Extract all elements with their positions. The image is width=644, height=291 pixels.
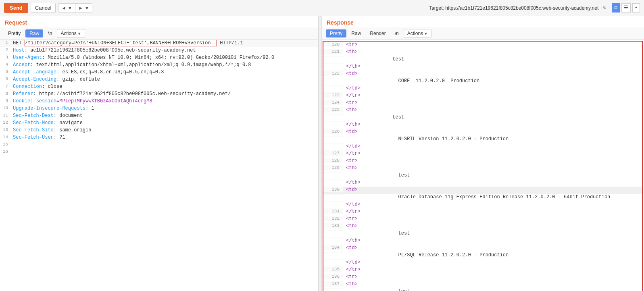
tab-request-pretty[interactable]: Pretty <box>4 29 25 37</box>
resp-content-130: <td> <box>343 187 642 193</box>
target-info: Target: https://ac1b1f721e19621f805c82be… <box>429 5 606 11</box>
tab-request-raw[interactable]: Raw <box>25 29 43 37</box>
resp-content-132: <tr> <box>343 216 642 222</box>
layout-horizontal-icon[interactable]: ☰ <box>621 3 631 12</box>
resp-content-128: <tr> <box>343 158 642 164</box>
line-content-9: Cookie: session=MPiepTMhywwXfBGzAxCOntAQ… <box>11 98 318 104</box>
resp-line-122: 122 <td> <box>323 71 642 78</box>
resp-num-121b <box>323 63 343 64</box>
resp-line-134a: PL/SQL Release 11.2.0.2.0 - Production <box>323 252 642 259</box>
resp-num-129: 129 <box>323 165 343 170</box>
request-line-3: 3 User-Agent: Mozilla/5.0 (Windows NT 10… <box>0 54 318 62</box>
resp-content-129: <th> <box>343 165 642 171</box>
response-content-area[interactable]: 120 <tr> 121 <th> test </th> <box>322 40 644 291</box>
tab-request-newline[interactable]: \n <box>44 29 56 37</box>
top-toolbar: Send Cancel ◄ ▼ ► ▼ Target: https://ac1b… <box>0 0 644 16</box>
resp-num-129a <box>323 172 343 173</box>
request-actions-label: Actions <box>60 31 76 36</box>
resp-content-122: <td> <box>343 71 642 77</box>
request-content: 1 GET /filter?category=Pets'+UNION+SELEC… <box>0 40 318 156</box>
resp-content-130b: </td> <box>343 201 642 208</box>
resp-line-130a: Oracle Database 11g Express Edition Rele… <box>323 194 642 201</box>
resp-content-129b: </th> <box>343 179 642 186</box>
resp-content-127: </tr> <box>343 150 642 157</box>
resp-line-121a: test <box>323 56 642 63</box>
resp-line-134b: </td> <box>323 259 642 266</box>
line-num-6: 6 <box>0 76 11 82</box>
tab-response-raw[interactable]: Raw <box>347 29 365 37</box>
request-content-area[interactable]: 1 GET /filter?category=Pets'+UNION+SELEC… <box>0 40 318 291</box>
resp-line-125a: test <box>323 114 642 121</box>
tab-request-actions[interactable]: Actions ▼ <box>57 29 85 38</box>
resp-num-134b <box>323 259 343 260</box>
target-label: Target: https://ac1b1f721e19621f805c82be… <box>429 5 598 11</box>
resp-num-126: 126 <box>323 129 343 134</box>
response-actions-label: Actions <box>407 31 423 36</box>
resp-line-126a: NLSRTL Version 11.2.0.2.0 - Production <box>323 136 642 143</box>
panel-divider[interactable]: ⋮ <box>319 16 322 291</box>
line-num-7: 7 <box>0 83 11 89</box>
request-header: Request <box>0 16 318 27</box>
request-line-9: 9 Cookie: session=MPiepTMhywwXfBGzAxCOnt… <box>0 98 318 105</box>
resp-line-129b: </th> <box>323 179 642 187</box>
resp-num-122b <box>323 85 343 86</box>
resp-line-134: 134 <td> <box>323 245 642 252</box>
resp-num-124: 124 <box>323 100 343 105</box>
resp-num-125b <box>323 121 343 122</box>
send-button[interactable]: Send <box>4 3 28 13</box>
resp-line-131: 131 </tr> <box>323 208 642 216</box>
request-line-2: 2 Host: ac1b1f721e19621f805c82be008f005c… <box>0 47 318 54</box>
line-content-3: User-Agent: Mozilla/5.0 (Windows NT 10.0… <box>11 54 318 61</box>
resp-content-125: <th> <box>343 107 642 113</box>
request-panel: Request Pretty Raw \n Actions ▼ 1 GET /f… <box>0 16 319 291</box>
line-num-15: 15 <box>0 141 11 147</box>
tab-response-actions[interactable]: Actions ▼ <box>404 29 431 38</box>
resp-line-132: 132 <tr> <box>323 216 642 223</box>
resp-num-121a <box>323 56 343 57</box>
line-num-9: 9 <box>0 98 11 104</box>
resp-num-126b <box>323 143 343 144</box>
response-tab-bar: Pretty Raw Render \n Actions ▼ <box>322 27 644 40</box>
line-num-12: 12 <box>0 120 11 125</box>
resp-num-130a <box>323 194 343 195</box>
tab-response-newline[interactable]: \n <box>391 29 403 37</box>
line-content-1: GET /filter?category=Pets'+UNION+SELECT+… <box>11 40 318 46</box>
resp-num-131: 131 <box>323 208 343 214</box>
resp-line-137: 137 <th> <box>323 281 642 288</box>
line-num-1: 1 <box>0 40 11 46</box>
request-line-7: 7 Connection: close <box>0 83 318 91</box>
resp-num-137a <box>323 288 343 289</box>
line-num-10: 10 <box>0 105 11 111</box>
resp-line-124: 124 <tr> <box>323 100 642 107</box>
resp-line-125: 125 <th> <box>323 107 642 114</box>
resp-line-136: 136 <tr> <box>323 274 642 281</box>
edit-icon[interactable]: ✎ <box>602 5 606 11</box>
resp-line-129: 129 <th> <box>323 165 642 172</box>
tab-response-pretty[interactable]: Pretty <box>326 29 346 37</box>
line-num-16: 16 <box>0 149 11 154</box>
request-line-12: 12 Sec-Fetch-Mode: navigate <box>0 120 318 127</box>
nav-next-button[interactable]: ► ▼ <box>75 4 92 12</box>
resp-line-133a: test <box>323 230 642 237</box>
layout-single-icon[interactable]: ▪ <box>632 3 640 12</box>
resp-num-120: 120 <box>323 42 343 47</box>
resp-num-133a <box>323 230 343 231</box>
resp-line-137a: test <box>323 288 642 291</box>
line-content-11: Sec-Fetch-Dest: document <box>11 112 318 119</box>
line-content-5: Accept-Language: es-ES,es;q=0.8,en-US;q=… <box>11 69 318 75</box>
response-content: 120 <tr> 121 <th> test </th> <box>322 41 644 291</box>
line-content-8: Referer: https://ac1b1f721e19621f805c82b… <box>11 91 318 97</box>
line-content-7: Connection: close <box>11 83 318 90</box>
resp-content-126b: </td> <box>343 143 642 150</box>
layout-split-icon[interactable]: ⊟ <box>612 3 620 12</box>
line-content-15 <box>11 141 318 142</box>
resp-content-137: <th> <box>343 281 642 287</box>
cancel-button[interactable]: Cancel <box>31 3 56 13</box>
request-line-6: 6 Accept-Encoding: gzip, deflate <box>0 76 318 83</box>
resp-content-137a: test <box>343 288 642 291</box>
nav-prev-button[interactable]: ◄ ▼ <box>58 4 75 12</box>
line-content-10: Upgrade-Insecure-Requests: 1 <box>11 105 318 112</box>
line-content-2: Host: ac1b1f721e19621f805c82be008f005c.w… <box>11 47 318 54</box>
resp-line-122a: CORE 11.2.0.2.0 Production <box>323 78 642 85</box>
tab-response-render[interactable]: Render <box>366 29 390 37</box>
